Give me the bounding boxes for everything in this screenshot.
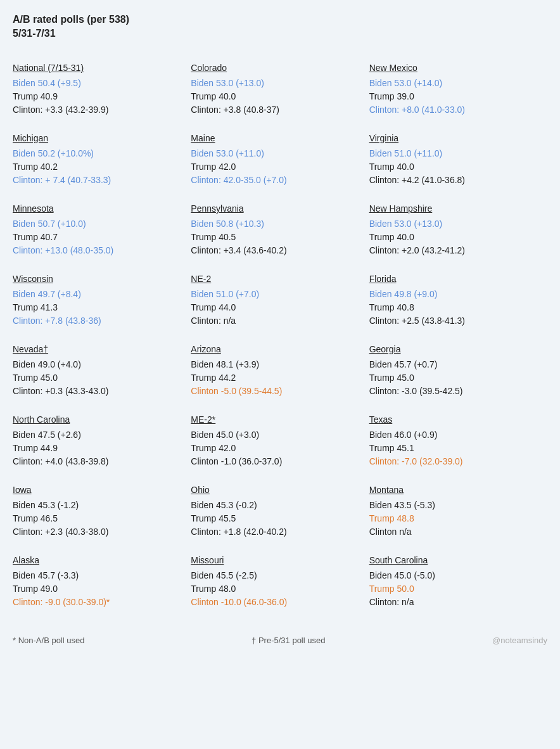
trump-line: Trump 45.0 (369, 371, 537, 385)
clinton-line: Clinton: +1.8 (42.0-40.2) (191, 525, 359, 539)
state-cell: FloridaBiden 49.8 (+9.0)Trump 40.8Clinto… (369, 265, 547, 335)
state-cell: South CarolinaBiden 45.0 (-5.0)Trump 50.… (369, 546, 547, 617)
clinton-line: Clinton -5.0 (39.5-44.5) (191, 385, 359, 398)
biden-line: Biden 45.3 (-1.2) (13, 499, 181, 512)
footer-note1: * Non-A/B poll used (13, 636, 84, 645)
biden-line: Biden 49.0 (+4.0) (13, 358, 181, 371)
clinton-line: Clinton: -3.0 (39.5-42.5) (369, 385, 537, 398)
state-name: New Mexico (369, 61, 537, 75)
clinton-line: Clinton -1.0 (36.0-37.0) (191, 455, 359, 468)
trump-line: Trump 40.7 (13, 231, 181, 244)
state-cell: North CarolinaBiden 47.5 (+2.6)Trump 44.… (13, 406, 191, 476)
clinton-line: Clinton: 42.0-35.0 (+7.0) (191, 174, 359, 187)
state-cell: MichiganBiden 50.2 (+10.0%)Trump 40.2Cli… (13, 124, 191, 195)
state-name: Florida (369, 272, 537, 286)
watermark: @noteamsindy (492, 636, 547, 645)
state-cell: AlaskaBiden 45.7 (-3.3)Trump 49.0Clinton… (13, 546, 191, 617)
trump-line: Trump 49.0 (13, 582, 181, 596)
state-cell: VirginiaBiden 51.0 (+11.0)Trump 40.0Clin… (369, 124, 547, 195)
state-name: Michigan (13, 132, 181, 145)
clinton-line: Clinton: + 7.4 (40.7-33.3) (13, 174, 181, 187)
biden-line: Biden 45.5 (-2.5) (191, 569, 359, 582)
biden-line: Biden 45.7 (+0.7) (369, 358, 537, 371)
state-name: Nevada† (13, 343, 181, 356)
state-name: Ohio (191, 483, 359, 497)
clinton-line: Clinton: +13.0 (48.0-35.0) (13, 244, 181, 257)
biden-line: Biden 50.4 (+9.5) (13, 77, 181, 90)
state-name: Pennsylvania (191, 202, 359, 215)
state-cell: GeorgiaBiden 45.7 (+0.7)Trump 45.0Clinto… (369, 335, 547, 406)
states-grid: National (7/15-31)Biden 50.4 (+9.5)Trump… (13, 54, 547, 617)
clinton-line: Clinton: +8.0 (41.0-33.0) (369, 103, 537, 117)
biden-line: Biden 53.0 (+14.0) (369, 77, 537, 90)
state-cell: TexasBiden 46.0 (+0.9)Trump 45.1Clinton:… (369, 406, 547, 476)
state-name: Virginia (369, 132, 537, 145)
trump-line: Trump 40.0 (191, 90, 359, 103)
biden-line: Biden 45.7 (-3.3) (13, 569, 181, 582)
state-name: ME-2* (191, 413, 359, 426)
clinton-line: Clinton -10.0 (46.0-36.0) (191, 596, 359, 609)
state-cell: IowaBiden 45.3 (-1.2)Trump 46.5Clinton: … (13, 476, 191, 546)
clinton-line: Clinton: -9.0 (30.0-39.0)* (13, 596, 181, 609)
clinton-line: Clinton: +3.4 (43.6-40.2) (191, 244, 359, 257)
biden-line: Biden 53.0 (+13.0) (369, 217, 537, 231)
biden-line: Biden 53.0 (+11.0) (191, 147, 359, 160)
state-name: South Carolina (369, 554, 537, 567)
state-cell: MinnesotaBiden 50.7 (+10.0)Trump 40.7Cli… (13, 195, 191, 265)
clinton-line: Clinton: +3.3 (43.2-39.9) (13, 103, 181, 117)
biden-line: Biden 53.0 (+13.0) (191, 77, 359, 90)
trump-line: Trump 40.9 (13, 90, 181, 103)
state-name: Maine (191, 132, 359, 145)
trump-line: Trump 42.0 (191, 160, 359, 174)
title-line2: 5/31-7/31 (13, 28, 56, 39)
clinton-line: Clinton: +0.3 (43.3-43.0) (13, 385, 181, 398)
trump-line: Trump 42.0 (191, 442, 359, 455)
state-cell: Nevada†Biden 49.0 (+4.0)Trump 45.0Clinto… (13, 335, 191, 406)
state-cell: New HampshireBiden 53.0 (+13.0)Trump 40.… (369, 195, 547, 265)
clinton-line: Clinton: +4.2 (41.0-36.8) (369, 174, 537, 187)
biden-line: Biden 43.5 (-5.3) (369, 499, 537, 512)
state-name: Minnesota (13, 202, 181, 215)
clinton-line: Clinton: +2.5 (43.8-41.3) (369, 314, 537, 328)
state-cell: ArizonaBiden 48.1 (+3.9)Trump 44.2Clinto… (191, 335, 369, 406)
clinton-line: Clinton: +4.0 (43.8-39.8) (13, 455, 181, 468)
clinton-line: Clinton: +7.8 (43.8-36) (13, 314, 181, 328)
trump-line: Trump 40.5 (191, 231, 359, 244)
biden-line: Biden 49.7 (+8.4) (13, 288, 181, 301)
state-name: Texas (369, 413, 537, 426)
state-cell: WisconsinBiden 49.7 (+8.4)Trump 41.3Clin… (13, 265, 191, 335)
trump-line: Trump 41.3 (13, 301, 181, 314)
state-name: NE-2 (191, 272, 359, 286)
trump-line: Trump 46.5 (13, 512, 181, 525)
biden-line: Biden 51.0 (+11.0) (369, 147, 537, 160)
trump-line: Trump 50.0 (369, 582, 537, 596)
trump-line: Trump 40.2 (13, 160, 181, 174)
state-cell: ColoradoBiden 53.0 (+13.0)Trump 40.0Clin… (191, 54, 369, 124)
clinton-line: Clinton n/a (369, 525, 537, 539)
state-name: Montana (369, 483, 537, 497)
state-name: Colorado (191, 61, 359, 75)
biden-line: Biden 45.0 (+3.0) (191, 428, 359, 442)
clinton-line: Clinton: +3.8 (40.8-37) (191, 103, 359, 117)
biden-line: Biden 46.0 (+0.9) (369, 428, 537, 442)
title-line1: A/B rated polls (per 538) (13, 14, 129, 25)
state-name: National (7/15-31) (13, 61, 181, 75)
biden-line: Biden 45.0 (-5.0) (369, 569, 537, 582)
trump-line: Trump 44.2 (191, 371, 359, 385)
trump-line: Trump 48.8 (369, 512, 537, 525)
trump-line: Trump 45.1 (369, 442, 537, 455)
biden-line: Biden 47.5 (+2.6) (13, 428, 181, 442)
biden-line: Biden 45.3 (-0.2) (191, 499, 359, 512)
state-cell: PennsylvaniaBiden 50.8 (+10.3)Trump 40.5… (191, 195, 369, 265)
state-name: Iowa (13, 483, 181, 497)
trump-line: Trump 48.0 (191, 582, 359, 596)
clinton-line: Clinton: +2.0 (43.2-41.2) (369, 244, 537, 257)
biden-line: Biden 50.8 (+10.3) (191, 217, 359, 231)
state-cell: MaineBiden 53.0 (+11.0)Trump 42.0Clinton… (191, 124, 369, 195)
biden-line: Biden 48.1 (+3.9) (191, 358, 359, 371)
biden-line: Biden 50.2 (+10.0%) (13, 147, 181, 160)
state-name: New Hampshire (369, 202, 537, 215)
biden-line: Biden 51.0 (+7.0) (191, 288, 359, 301)
trump-line: Trump 45.5 (191, 512, 359, 525)
state-cell: MontanaBiden 43.5 (-5.3)Trump 48.8Clinto… (369, 476, 547, 546)
